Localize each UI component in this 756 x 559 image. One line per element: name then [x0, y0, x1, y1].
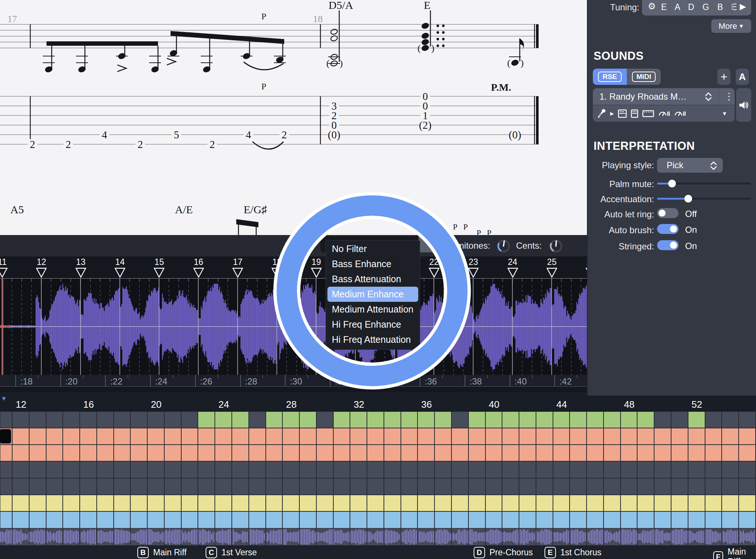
grid-cell[interactable]: [97, 428, 114, 445]
grid-cell[interactable]: [80, 445, 97, 461]
grid-cell[interactable]: [739, 495, 756, 511]
grid-cell[interactable]: [316, 445, 333, 461]
grid-cell[interactable]: [553, 478, 570, 495]
grid-cell[interactable]: [46, 478, 63, 495]
grid-cell[interactable]: [333, 461, 350, 478]
grid-cell[interactable]: [536, 495, 553, 511]
section-grid[interactable]: [0, 411, 756, 545]
grid-cell[interactable]: [130, 411, 147, 428]
grid-cell[interactable]: [97, 478, 114, 495]
grid-cell[interactable]: [282, 495, 299, 511]
grid-cell[interactable]: [164, 428, 181, 445]
measure-marker-icon[interactable]: [507, 268, 518, 278]
grid-cell[interactable]: [587, 495, 604, 511]
measure-marker-icon[interactable]: [271, 268, 282, 278]
grid-cell[interactable]: [333, 511, 350, 528]
grid-cell[interactable]: [417, 511, 434, 528]
grid-cell[interactable]: [80, 428, 97, 445]
grid-cell[interactable]: [29, 445, 46, 461]
grid-cell[interactable]: [401, 461, 418, 478]
grid-cell[interactable]: [12, 511, 29, 528]
filter-menu-item[interactable]: Hi Freq Attenuation: [326, 332, 420, 347]
grid-cell[interactable]: [671, 478, 688, 495]
measure-marker-icon[interactable]: [36, 268, 47, 278]
grid-cell[interactable]: [637, 511, 654, 528]
grid-cell[interactable]: [434, 495, 451, 511]
grid-cell[interactable]: [147, 478, 164, 495]
grid-cell[interactable]: [114, 411, 131, 428]
grid-cell[interactable]: [553, 445, 570, 461]
grid-cell[interactable]: [502, 478, 519, 495]
grid-cell[interactable]: [417, 411, 434, 428]
grid-cell[interactable]: [485, 511, 502, 528]
grid-cell[interactable]: [63, 478, 80, 495]
grid-cell[interactable]: [29, 461, 46, 478]
grid-cell[interactable]: [63, 495, 80, 511]
grid-cell[interactable]: [570, 478, 587, 495]
grid-cell[interactable]: [637, 478, 654, 495]
grid-cell[interactable]: [316, 478, 333, 495]
grid-cell[interactable]: [536, 411, 553, 428]
grid-cell[interactable]: [63, 511, 80, 528]
grid-cell[interactable]: [97, 511, 114, 528]
grid-cell[interactable]: [316, 461, 333, 478]
grid-cell[interactable]: [232, 495, 249, 511]
grid-cell[interactable]: [266, 495, 283, 511]
grid-cell[interactable]: [350, 511, 367, 528]
grid-cell[interactable]: [570, 511, 587, 528]
semitones-knob[interactable]: [496, 239, 511, 253]
grid-cell[interactable]: [739, 478, 756, 495]
grid-cell[interactable]: [114, 461, 131, 478]
grid-cell[interactable]: [417, 478, 434, 495]
grid-cell[interactable]: [164, 495, 181, 511]
section-marker[interactable]: BMain Riff: [137, 547, 186, 558]
mini-waveform-row[interactable]: [0, 528, 756, 545]
grid-cell[interactable]: [705, 495, 722, 511]
grid-cell[interactable]: [80, 461, 97, 478]
track-mute-button[interactable]: [736, 88, 751, 122]
grid-cell[interactable]: [451, 461, 468, 478]
grid-cell[interactable]: [434, 478, 451, 495]
grid-cell[interactable]: [519, 511, 536, 528]
grid-cell[interactable]: [485, 428, 502, 445]
grid-cell[interactable]: [451, 478, 468, 495]
grid-cell[interactable]: [417, 445, 434, 461]
grid-cell[interactable]: [705, 478, 722, 495]
grid-cell[interactable]: [519, 495, 536, 511]
grid-cell[interactable]: [316, 495, 333, 511]
grid-cell[interactable]: [266, 411, 283, 428]
grid-cell[interactable]: [502, 461, 519, 478]
grid-cell[interactable]: [621, 478, 638, 495]
grid-cell[interactable]: [249, 495, 266, 511]
grid-cell[interactable]: [654, 428, 671, 445]
grid-cell[interactable]: [114, 428, 131, 445]
grid-cell[interactable]: [181, 411, 198, 428]
grid-cell[interactable]: [722, 411, 739, 428]
grid-cell[interactable]: [604, 495, 621, 511]
grid-cell[interactable]: [688, 428, 705, 445]
grid-cell[interactable]: [80, 511, 97, 528]
grid-cell[interactable]: [299, 511, 316, 528]
grid-cell[interactable]: [570, 445, 587, 461]
grid-cell[interactable]: [621, 411, 638, 428]
grid-cell[interactable]: [46, 445, 63, 461]
section-marker[interactable]: E1st Chorus: [544, 547, 601, 558]
grid-cell[interactable]: [114, 495, 131, 511]
grid-cell[interactable]: [147, 495, 164, 511]
grid-cell[interactable]: [739, 445, 756, 461]
grid-cell[interactable]: [621, 445, 638, 461]
grid-cell[interactable]: [46, 461, 63, 478]
grid-cell[interactable]: [671, 428, 688, 445]
grid-cell[interactable]: [266, 445, 283, 461]
more-button[interactable]: More ▼: [711, 19, 751, 33]
grid-cell[interactable]: [451, 411, 468, 428]
grid-cell[interactable]: [147, 511, 164, 528]
grid-cell[interactable]: [164, 411, 181, 428]
grid-cell[interactable]: [570, 411, 587, 428]
grid-cell[interactable]: [350, 495, 367, 511]
grid-cell[interactable]: [249, 478, 266, 495]
grid-cell[interactable]: [367, 495, 384, 511]
grid-cell[interactable]: [553, 428, 570, 445]
grid-cell[interactable]: [587, 445, 604, 461]
grid-cell[interactable]: [63, 411, 80, 428]
